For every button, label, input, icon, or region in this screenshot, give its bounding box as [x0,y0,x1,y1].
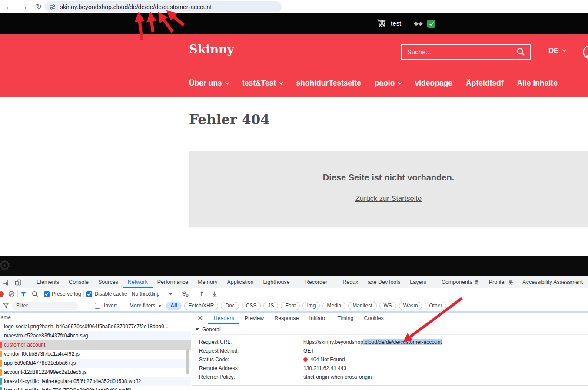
record-icon[interactable] [0,291,4,297]
url-bar[interactable]: skinny.beyondshop.cloud/de/de/de/de/cust… [45,1,282,12]
chip-doc[interactable]: Doc [221,302,239,310]
filter-icon[interactable] [20,291,27,297]
request-row[interactable]: account-12d38122499ec2a1dec5.js [0,368,191,377]
shop-logo[interactable]: Skinny [189,43,234,56]
handshake-icon [413,20,423,27]
nav-item-ueber-uns[interactable]: Über uns [189,79,229,88]
chevron-down-icon [398,80,402,84]
tab-redux[interactable]: Redux [338,276,363,288]
tab-label: Preview [245,315,264,321]
tab-console[interactable]: Console [64,276,93,288]
chip-ws[interactable]: WS [379,302,396,310]
clear-icon[interactable] [8,291,15,297]
request-row[interactable]: vendor-f0cbb873f7bc1a4c4f92.js [0,350,191,359]
tab-lighthouse[interactable]: Lighthouse [259,276,295,288]
cart-button[interactable]: test [376,19,401,28]
tab-initiator[interactable]: Initiator [304,313,332,324]
tab-preview[interactable]: Preview [239,313,269,324]
list-scrollbar-thumb[interactable] [186,349,189,374]
tab-axe-devtools[interactable]: axe DevTools [363,276,405,288]
chip-font[interactable]: Font [281,302,300,310]
more-filters-dropdown[interactable]: More filters [130,303,162,309]
tab-recorder[interactable]: Recorder [300,276,332,288]
general-section-header[interactable]: General [192,324,588,335]
nav-item-aepfeldfsdf[interactable]: Äpfeldfsdf [466,79,504,88]
chip-fetch-xhr[interactable]: Fetch/XHR [184,302,219,310]
language-selector[interactable]: DE [548,47,565,55]
preserve-log-checkbox[interactable] [44,291,50,297]
export-har-icon[interactable] [212,291,218,297]
nav-item-testtest[interactable]: test&Test [242,79,282,88]
dark-strip: ⚙ [0,256,588,276]
tab-elements[interactable]: Elements [32,276,64,288]
tab-layers[interactable]: Layers [405,276,431,288]
request-name: maestro-c52ace83fb437fc04bcb.svg [4,333,88,339]
chip-media[interactable]: Media [322,302,345,310]
filter-input[interactable] [12,302,78,310]
tab-network[interactable]: Network [123,276,153,288]
tab-cookies[interactable]: Cookies [359,313,389,324]
tab-performance[interactable]: Performance [153,276,193,288]
script-type-icon [0,360,2,367]
nav-item-alle-inhalte[interactable]: Alle Inhalte [517,79,558,88]
nav-item-videopage[interactable]: videopage [415,79,452,88]
device-toolbar-icon[interactable] [15,279,22,286]
network-toolbar: Preserve log Disable cache No throttling [0,288,588,300]
tab-profiler[interactable]: Profiler [484,276,518,288]
close-icon[interactable]: ✕ [197,315,203,322]
throttling-dropdown[interactable]: No throttling [132,291,173,297]
request-row-selected[interactable]: customer-account [0,340,191,350]
tab-label: Cookies [364,315,383,321]
account-button[interactable] [582,45,588,61]
response-headers-section-header[interactable]: Response Headers [192,387,588,390]
request-row[interactable]: logo-social.png?hash=b46a6970cc0f064f5ba… [0,322,191,331]
inspect-element-icon[interactable] [3,279,10,286]
chip-all[interactable]: All [166,302,181,310]
back-to-home-link[interactable]: Zurück zur Startseite [355,194,422,203]
request-row[interactable]: lora-v14-cyrillic_latin-700-755f8a2fc99b… [0,386,191,390]
tab-response[interactable]: Response [269,313,304,324]
nav-item-shohidurtestseite[interactable]: shohidurTestseite [296,79,361,88]
tab-label: Network [128,279,148,285]
forward-icon[interactable]: → [20,3,28,10]
tab-label: Layers [410,279,426,285]
status-code-value: 404 Not Found [310,357,345,363]
chip-wasm[interactable]: Wasm [399,302,422,310]
url-text[interactable]: skinny.beyondshop.cloud/de/de/de/de/cust… [60,3,212,10]
search-network-icon[interactable] [32,291,38,297]
nav-item-paolo[interactable]: paolo [375,79,402,88]
disable-cache-checkbox[interactable] [86,291,92,297]
import-har-icon[interactable] [199,291,205,297]
name-column-header[interactable]: Name [0,313,191,322]
network-main-area: Name logo-social.png?hash=b46a6970cc0f06… [0,313,588,390]
tab-sources[interactable]: Sources [93,276,123,288]
request-row[interactable]: lora-v14-cyrillic_latin-regular-c05f6b27… [0,377,191,386]
chip-other[interactable]: Other [425,302,446,310]
request-name: customer-account [4,342,45,348]
reload-icon[interactable]: ↻ [36,3,42,10]
chip-manifest[interactable]: Manifest [348,302,376,310]
tab-components[interactable]: Components [437,276,484,288]
nav-label: Alle Inhalte [517,79,558,88]
search-icon[interactable] [516,47,525,56]
url-prefix: https://skinny.beyondshop [303,339,363,345]
tab-memory[interactable]: Memory [193,276,222,288]
request-details-panel: ✕ Headers Preview Response Initiator Tim… [192,313,588,390]
tab-application[interactable]: Application [222,276,258,288]
chip-js[interactable]: JS [263,302,278,310]
tab-label: Application [227,279,253,285]
network-conditions-icon[interactable] [181,291,189,297]
chip-img[interactable]: Img [302,302,320,310]
tab-accessibility-assessment[interactable]: Accessibility Assessment [518,276,588,288]
request-row[interactable]: app-5d9cf3d4778e31ebba67.js [0,359,191,368]
tab-headers[interactable]: Headers [208,313,239,324]
back-icon[interactable]: ← [5,3,13,10]
chip-css[interactable]: CSS [242,302,261,310]
search-input[interactable] [407,48,516,56]
tab-timing[interactable]: Timing [332,313,359,324]
search-box[interactable] [401,44,531,60]
site-settings-icon[interactable] [49,4,56,10]
header-divider [575,44,575,59]
invert-checkbox[interactable] [95,303,100,309]
request-row[interactable]: maestro-c52ace83fb437fc04bcb.svg [0,331,191,340]
